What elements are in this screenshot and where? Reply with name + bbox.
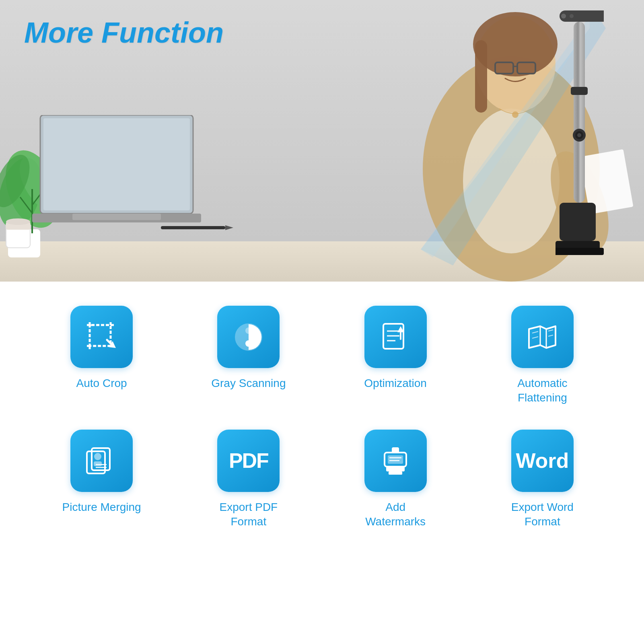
optimization-icon-box (364, 306, 427, 368)
svg-rect-39 (161, 226, 225, 229)
export-word-label: Export WordFormat (511, 500, 574, 529)
export-pdf-icon-box: PDF (217, 430, 280, 492)
svg-point-28 (561, 14, 566, 19)
feature-export-word: Word Export WordFormat (502, 430, 582, 529)
svg-rect-68 (389, 471, 402, 475)
pdf-icon: PDF (229, 449, 268, 473)
auto-crop-icon-box (70, 306, 133, 368)
add-watermarks-icon-box (364, 430, 427, 492)
picture-merging-label: Picture Merging (62, 500, 141, 514)
svg-point-9 (6, 218, 30, 225)
svg-rect-37 (556, 248, 604, 255)
pen (161, 224, 233, 233)
svg-rect-71 (392, 447, 399, 453)
coffee-cup (4, 218, 34, 255)
page-container: More Function (0, 0, 644, 644)
svg-rect-41 (90, 325, 111, 346)
svg-point-29 (570, 14, 574, 18)
add-watermarks-label: AddWatermarks (365, 500, 426, 529)
export-pdf-label: Export PDFFormat (220, 500, 278, 529)
features-row-1: Auto Crop Gray Scanning (32, 306, 612, 405)
opt-icon (377, 319, 414, 355)
feature-auto-crop: Auto Crop (62, 306, 142, 391)
hero-section: More Function (0, 0, 644, 282)
feature-optimization: Optimization (355, 306, 436, 391)
svg-marker-40 (225, 225, 233, 230)
merge-icon (84, 442, 120, 479)
flat-icon (524, 319, 560, 355)
feature-add-watermarks: AddWatermarks (355, 430, 436, 529)
svg-rect-38 (571, 87, 588, 95)
scanner-device (556, 6, 604, 282)
svg-rect-70 (388, 455, 403, 464)
gray-scanning-icon-box (217, 306, 280, 368)
automatic-flattening-label: AutomaticFlattening (517, 376, 568, 405)
crop-icon (84, 319, 120, 355)
svg-rect-31 (574, 22, 585, 203)
svg-rect-64 (94, 461, 102, 466)
watermark-icon (377, 442, 414, 479)
word-icon: Word (516, 449, 569, 473)
export-word-icon-box: Word (511, 430, 574, 492)
svg-rect-35 (560, 203, 596, 241)
picture-merging-icon-box (70, 430, 133, 492)
features-row-2: Picture Merging PDF Export PDFFormat (32, 430, 612, 529)
auto-crop-label: Auto Crop (76, 376, 127, 391)
gray-scanning-label: Gray Scanning (211, 376, 286, 391)
feature-gray-scanning: Gray Scanning (208, 306, 289, 391)
feature-picture-merging: Picture Merging (62, 430, 142, 514)
svg-point-63 (94, 453, 101, 460)
svg-rect-27 (560, 10, 604, 22)
feature-export-pdf: PDF Export PDFFormat (208, 430, 289, 529)
optimization-label: Optimization (364, 376, 427, 391)
features-section: Auto Crop Gray Scanning (0, 282, 644, 553)
svg-point-52 (245, 340, 252, 347)
svg-rect-13 (72, 214, 161, 220)
svg-point-34 (577, 133, 581, 137)
page-title: More Function (24, 16, 224, 49)
gray-icon (230, 319, 267, 355)
svg-rect-11 (43, 118, 190, 210)
feature-automatic-flattening: AutomaticFlattening (502, 306, 582, 405)
svg-point-51 (245, 327, 252, 334)
automatic-flattening-icon-box (511, 306, 574, 368)
